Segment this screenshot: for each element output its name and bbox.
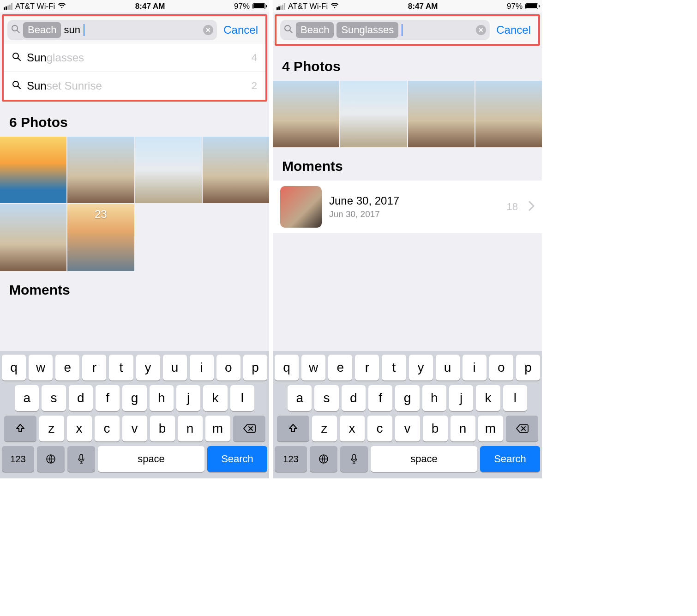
key-k[interactable]: k (476, 385, 500, 411)
photo-thumbnail[interactable] (67, 137, 134, 203)
key-h[interactable]: h (422, 385, 446, 411)
key-w[interactable]: w (29, 355, 53, 380)
moment-title: June 30, 2017 (329, 194, 499, 207)
search-input[interactable]: Beach sun ✕ (7, 20, 217, 40)
key-i[interactable]: i (463, 355, 487, 380)
search-token[interactable]: Beach (23, 22, 61, 38)
kb-row4: 123 space Search (275, 446, 540, 472)
kb-row1: q w e r t y u i o p (2, 355, 267, 380)
key-m[interactable]: m (205, 416, 230, 441)
photo-thumbnail[interactable] (408, 81, 475, 147)
key-j[interactable]: j (176, 385, 200, 411)
search-icon (12, 51, 21, 64)
key-r[interactable]: r (82, 355, 106, 380)
backspace-key[interactable] (233, 416, 265, 441)
key-c[interactable]: c (95, 416, 120, 441)
key-i[interactable]: i (190, 355, 214, 380)
key-q[interactable]: q (275, 355, 299, 380)
dictation-key[interactable] (67, 446, 95, 472)
key-f[interactable]: f (96, 385, 120, 411)
key-n[interactable]: n (451, 416, 475, 441)
svg-line-3 (18, 58, 20, 60)
search-key[interactable]: Search (207, 446, 267, 472)
key-a[interactable]: a (288, 385, 312, 411)
suggestion-row[interactable]: Sunset Sunrise 2 (4, 72, 265, 100)
dictation-key[interactable] (340, 446, 368, 472)
numbers-key[interactable]: 123 (275, 446, 307, 472)
cancel-button[interactable]: Cancel (217, 24, 262, 36)
phone-left: AT&T Wi-Fi 8:47 AM 97% Beach sun ✕ Cance… (0, 0, 269, 478)
key-y[interactable]: y (136, 355, 160, 380)
suggestion-row[interactable]: Sunglasses 4 (4, 44, 265, 72)
photo-thumbnail[interactable] (135, 137, 202, 203)
key-s[interactable]: s (42, 385, 66, 411)
globe-key[interactable] (37, 446, 65, 472)
key-a[interactable]: a (15, 385, 39, 411)
cancel-button[interactable]: Cancel (490, 24, 535, 36)
photo-grid: 23 (0, 137, 269, 271)
key-q[interactable]: q (2, 355, 26, 380)
moment-row[interactable]: June 30, 2017 Jun 30, 2017 18 (273, 181, 542, 233)
search-suggestions: Sunglasses 4 Sunset Sunrise 2 (4, 44, 265, 100)
key-d[interactable]: d (342, 385, 366, 411)
key-e[interactable]: e (55, 355, 79, 380)
key-n[interactable]: n (178, 416, 203, 441)
key-j[interactable]: j (449, 385, 473, 411)
key-p[interactable]: p (243, 355, 267, 380)
photo-thumbnail[interactable] (475, 81, 542, 147)
key-o[interactable]: o (489, 355, 513, 380)
key-g[interactable]: g (122, 385, 146, 411)
globe-key[interactable] (310, 446, 337, 472)
key-c[interactable]: c (367, 416, 392, 441)
key-z[interactable]: z (39, 416, 64, 441)
space-key[interactable]: space (98, 446, 204, 472)
key-x[interactable]: x (340, 416, 365, 441)
key-v[interactable]: v (122, 416, 147, 441)
key-f[interactable]: f (368, 385, 392, 411)
numbers-key[interactable]: 123 (2, 446, 34, 472)
key-y[interactable]: y (409, 355, 433, 380)
key-l[interactable]: l (503, 385, 527, 411)
key-m[interactable]: m (478, 416, 503, 441)
photo-thumbnail[interactable] (203, 137, 269, 203)
key-t[interactable]: t (382, 355, 406, 380)
key-e[interactable]: e (328, 355, 352, 380)
battery-pct: 97% (507, 2, 523, 11)
key-s[interactable]: s (314, 385, 338, 411)
shift-key[interactable] (4, 416, 36, 441)
search-token[interactable]: Beach (296, 22, 334, 38)
key-b[interactable]: b (423, 416, 448, 441)
key-h[interactable]: h (150, 385, 174, 411)
key-d[interactable]: d (69, 385, 93, 411)
key-u[interactable]: u (163, 355, 187, 380)
key-w[interactable]: w (301, 355, 325, 380)
key-z[interactable]: z (312, 416, 337, 441)
search-token[interactable]: Sunglasses (336, 22, 398, 38)
clear-search-button[interactable]: ✕ (203, 25, 213, 35)
search-key[interactable]: Search (480, 446, 540, 472)
photo-thumbnail[interactable] (0, 204, 66, 271)
key-b[interactable]: b (150, 416, 175, 441)
key-k[interactable]: k (203, 385, 227, 411)
key-x[interactable]: x (67, 416, 92, 441)
key-p[interactable]: p (516, 355, 540, 380)
suggestion-typed: Sun (27, 51, 47, 64)
key-r[interactable]: r (355, 355, 379, 380)
clear-search-button[interactable]: ✕ (476, 25, 486, 35)
search-input[interactable]: Beach Sunglasses ✕ (280, 20, 490, 40)
backspace-key[interactable] (506, 416, 538, 441)
photo-thumbnail[interactable] (340, 81, 407, 147)
photo-thumbnail[interactable] (0, 137, 66, 203)
key-t[interactable]: t (109, 355, 133, 380)
photo-thumbnail[interactable]: 23 (67, 204, 134, 271)
shift-key[interactable] (277, 416, 309, 441)
search-icon (12, 79, 21, 92)
key-g[interactable]: g (395, 385, 419, 411)
keyboard: q w e r t y u i o p a s d f g h j k l z (0, 351, 269, 478)
space-key[interactable]: space (371, 446, 477, 472)
key-v[interactable]: v (395, 416, 420, 441)
key-u[interactable]: u (436, 355, 460, 380)
key-l[interactable]: l (230, 385, 254, 411)
key-o[interactable]: o (216, 355, 240, 380)
photo-thumbnail[interactable] (273, 81, 339, 147)
